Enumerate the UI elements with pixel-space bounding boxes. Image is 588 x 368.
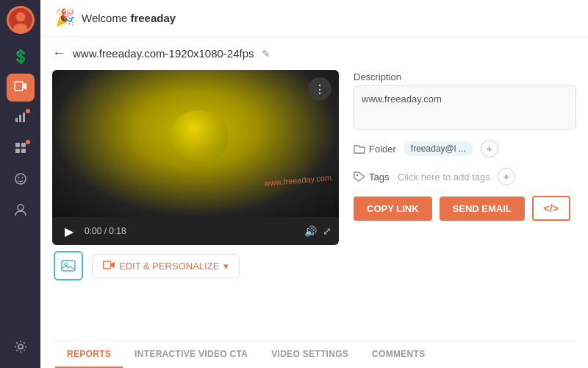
svg-rect-10 <box>21 149 26 153</box>
add-folder-button[interactable]: + <box>481 140 498 158</box>
video-more-button[interactable]: ⋮ <box>308 77 331 101</box>
svg-point-15 <box>18 344 23 349</box>
middle-section: ⋮ www.freeaday.com ▶ 0:00 / 0:18 🔊 ⤢ <box>52 70 576 335</box>
edit-title-icon[interactable]: ✎ <box>262 48 270 60</box>
dot-badge2 <box>26 140 30 144</box>
svg-rect-5 <box>19 115 21 122</box>
svg-rect-16 <box>62 261 75 271</box>
video-thumbnail <box>52 70 339 217</box>
tab-reports[interactable]: REPORTS <box>55 342 123 368</box>
video-panel: ⋮ www.freeaday.com ▶ 0:00 / 0:18 🔊 ⤢ <box>52 70 339 335</box>
layers-icon <box>14 141 27 158</box>
tags-row: Tags Click here to add tags + <box>354 168 576 185</box>
chevron-down-icon: ▾ <box>223 261 229 272</box>
sidebar-item-face[interactable] <box>7 166 35 194</box>
svg-point-14 <box>18 205 24 210</box>
svg-point-19 <box>356 174 358 176</box>
copy-link-button[interactable]: COPY LINK <box>354 197 432 221</box>
chart-icon <box>14 110 27 127</box>
tab-settings[interactable]: VIDEO SETTINGS <box>259 342 360 368</box>
svg-rect-4 <box>15 118 18 122</box>
svg-rect-7 <box>15 143 20 147</box>
back-button[interactable]: ← <box>52 46 65 61</box>
sidebar-item-video[interactable] <box>7 74 35 102</box>
tabs-bar: REPORTS INTERACTIVE VIDEO CTA VIDEO SETT… <box>52 341 576 368</box>
video-actions: EDIT & PERSONALIZE ▾ <box>52 251 339 280</box>
lemon-graphic <box>170 110 229 162</box>
video-controls: ▶ 0:00 / 0:18 🔊 ⤢ <box>52 217 339 245</box>
description-label: Description <box>354 71 576 82</box>
topbar-logo: 🎉 <box>55 8 76 29</box>
tab-interactive[interactable]: INTERACTIVE VIDEO CTA <box>123 342 259 368</box>
sidebar-item-chart[interactable] <box>7 105 35 132</box>
content-area: ← www.freeaday.com-1920x1080-24fps ✎ ⋮ w… <box>40 37 588 368</box>
svg-rect-6 <box>23 113 25 122</box>
settings-icon <box>14 340 27 357</box>
page-title: www.freeaday.com-1920x1080-24fps <box>73 47 254 60</box>
tags-label: Tags <box>354 171 390 183</box>
folder-label: Folder <box>354 144 396 155</box>
main-content: 🎉 Welcome freeaday ← www.freeaday.com-19… <box>40 0 588 368</box>
tags-placeholder[interactable]: Click here to add tags <box>398 171 490 183</box>
video-container: ⋮ www.freeaday.com <box>52 70 339 217</box>
edit-personalize-button[interactable]: EDIT & PERSONALIZE ▾ <box>92 254 240 278</box>
play-button[interactable]: ▶ <box>60 222 79 241</box>
dollar-icon: 💲 <box>12 49 29 65</box>
video-icon <box>14 79 27 96</box>
fullscreen-button[interactable]: ⤢ <box>323 225 331 237</box>
description-section: Description www.freeaday.com <box>354 71 576 130</box>
right-panel: Description www.freeaday.com Folder free… <box>354 70 576 335</box>
folder-tag[interactable]: freeaday@l ... <box>404 141 473 156</box>
time-display: 0:00 / 0:18 <box>85 226 298 236</box>
svg-point-11 <box>15 174 26 184</box>
svg-rect-3 <box>15 82 23 91</box>
sidebar-item-person[interactable] <box>7 197 35 225</box>
sidebar: 💲 <box>0 0 40 368</box>
dot-badge <box>26 109 30 113</box>
sidebar-item-layers[interactable] <box>7 135 35 163</box>
breadcrumb: ← www.freeaday.com-1920x1080-24fps ✎ <box>52 46 576 61</box>
embed-button[interactable]: </> <box>532 196 570 221</box>
svg-point-13 <box>21 177 23 178</box>
action-buttons: COPY LINK SEND EMAIL </> <box>354 196 576 221</box>
svg-rect-9 <box>15 149 20 153</box>
video-camera-icon <box>103 261 115 272</box>
avatar <box>7 6 35 34</box>
send-email-button[interactable]: SEND EMAIL <box>440 197 525 221</box>
volume-button[interactable]: 🔊 <box>304 225 317 237</box>
tab-comments[interactable]: COMMENTS <box>360 342 437 368</box>
face-icon <box>14 172 27 189</box>
svg-rect-18 <box>104 261 111 269</box>
person-icon <box>14 203 27 220</box>
description-box[interactable]: www.freeaday.com <box>354 85 576 130</box>
edit-personalize-label: EDIT & PERSONALIZE <box>119 261 219 272</box>
svg-point-17 <box>65 263 68 266</box>
add-tags-button[interactable]: + <box>498 168 515 185</box>
folder-row: Folder freeaday@l ... + <box>354 140 576 158</box>
sidebar-item-settings[interactable] <box>7 334 35 362</box>
svg-point-12 <box>18 177 19 178</box>
thumbnail-button[interactable] <box>54 251 83 280</box>
sidebar-item-dollar[interactable]: 💲 <box>7 43 35 71</box>
welcome-text: Welcome freeaday <box>82 12 176 24</box>
svg-rect-8 <box>21 143 26 147</box>
topbar: 🎉 Welcome freeaday <box>40 0 588 37</box>
svg-point-1 <box>15 13 25 22</box>
